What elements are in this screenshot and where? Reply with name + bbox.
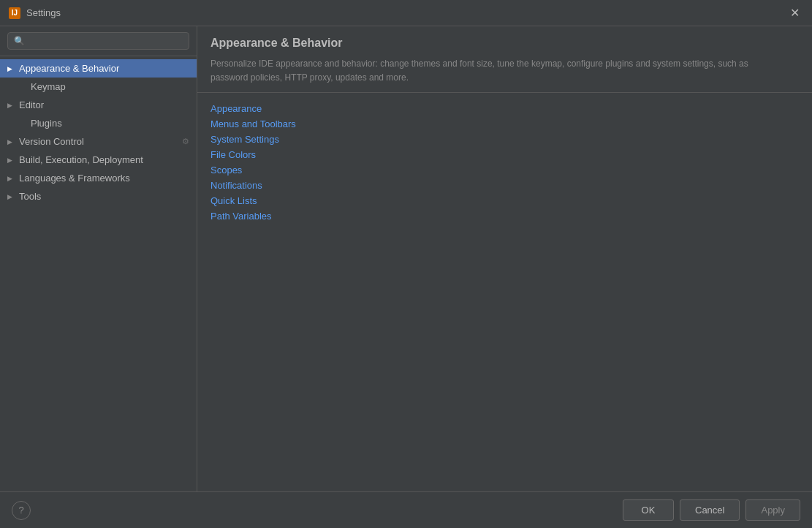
sidebar-item-label: Keymap bbox=[31, 81, 189, 92]
sidebar-item-languages-frameworks[interactable]: ▶ Languages & Frameworks bbox=[0, 169, 197, 187]
expand-arrow-icon: ▶ bbox=[7, 175, 19, 182]
sidebar-item-appearance-behavior[interactable]: ▶ Appearance & Behavior bbox=[0, 59, 197, 78]
title-bar: IJ Settings ✕ bbox=[0, 0, 812, 26]
link-file-colors[interactable]: File Colors bbox=[210, 149, 799, 160]
expand-arrow-icon: ▶ bbox=[7, 65, 19, 72]
title-bar-left: IJ Settings bbox=[9, 7, 61, 19]
sidebar-item-version-control[interactable]: ▶ Version Control ⚙ bbox=[0, 132, 197, 151]
search-icon: 🔍 bbox=[14, 36, 25, 46]
panel-description: Personalize IDE appearance and behavior:… bbox=[210, 57, 781, 85]
link-menus-toolbars[interactable]: Menus and Toolbars bbox=[210, 118, 799, 129]
sidebar-item-build-execution[interactable]: ▶ Build, Execution, Deployment bbox=[0, 151, 197, 169]
footer: ? OK Cancel Apply bbox=[0, 491, 812, 528]
footer-buttons: OK Cancel Apply bbox=[623, 499, 800, 521]
sidebar: 🔍 ▶ Appearance & Behavior Keymap ▶ bbox=[0, 26, 197, 491]
help-button[interactable]: ? bbox=[12, 501, 31, 520]
panel-title: Appearance & Behavior bbox=[210, 37, 799, 50]
sidebar-item-label: Plugins bbox=[31, 118, 189, 129]
window-title: Settings bbox=[26, 7, 61, 18]
panel-header: Appearance & Behavior Personalize IDE ap… bbox=[197, 26, 812, 93]
expand-arrow-icon: ▶ bbox=[7, 102, 19, 109]
expand-arrow-icon: ▶ bbox=[7, 193, 19, 200]
expand-arrow-icon: ▶ bbox=[7, 138, 19, 146]
sidebar-item-plugins[interactable]: Plugins bbox=[0, 114, 197, 132]
settings-icon: ⚙ bbox=[182, 137, 189, 146]
nav-tree: ▶ Appearance & Behavior Keymap ▶ Editor … bbox=[0, 56, 197, 491]
link-quick-lists[interactable]: Quick Lists bbox=[210, 195, 799, 206]
link-notifications[interactable]: Notifications bbox=[210, 180, 799, 191]
link-appearance[interactable]: Appearance bbox=[210, 103, 799, 114]
sidebar-item-label: Tools bbox=[19, 191, 189, 202]
sidebar-item-label: Editor bbox=[19, 99, 189, 110]
sidebar-item-keymap[interactable]: Keymap bbox=[0, 78, 197, 96]
panel-links: Appearance Menus and Toolbars System Set… bbox=[197, 93, 812, 232]
right-panel: Appearance & Behavior Personalize IDE ap… bbox=[197, 26, 812, 491]
sidebar-item-label: Languages & Frameworks bbox=[19, 173, 189, 184]
cancel-button[interactable]: Cancel bbox=[680, 499, 740, 521]
expand-arrow-icon: ▶ bbox=[7, 156, 19, 164]
main-content: 🔍 ▶ Appearance & Behavior Keymap ▶ bbox=[0, 26, 812, 491]
sidebar-item-label: Appearance & Behavior bbox=[19, 63, 189, 74]
settings-dialog: IJ Settings ✕ 🔍 ▶ Appearance & Behavior bbox=[0, 0, 812, 528]
app-logo: IJ bbox=[9, 7, 20, 19]
close-button[interactable]: ✕ bbox=[786, 4, 803, 22]
ok-button[interactable]: OK bbox=[623, 499, 674, 521]
sidebar-item-label: Build, Execution, Deployment bbox=[19, 154, 189, 165]
link-system-settings[interactable]: System Settings bbox=[210, 134, 799, 145]
sidebar-item-editor[interactable]: ▶ Editor bbox=[0, 96, 197, 114]
link-path-variables[interactable]: Path Variables bbox=[210, 211, 799, 222]
sidebar-item-tools[interactable]: ▶ Tools bbox=[0, 187, 197, 205]
apply-button[interactable]: Apply bbox=[745, 499, 800, 521]
search-input[interactable] bbox=[29, 36, 183, 46]
link-scopes[interactable]: Scopes bbox=[210, 165, 799, 176]
search-wrapper[interactable]: 🔍 bbox=[7, 32, 189, 50]
search-container: 🔍 bbox=[0, 26, 197, 56]
footer-left: ? bbox=[12, 501, 31, 520]
sidebar-item-label: Version Control bbox=[19, 136, 182, 147]
